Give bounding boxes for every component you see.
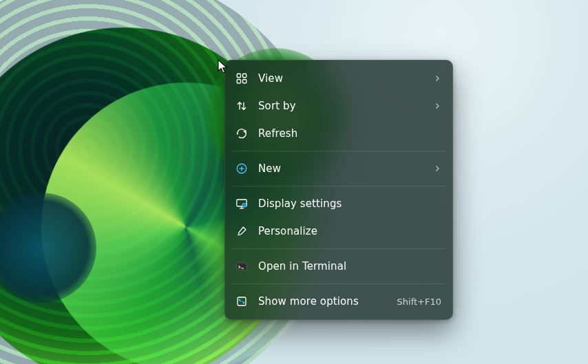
- svg-rect-14: [238, 297, 246, 306]
- menu-item-label: New: [258, 162, 423, 175]
- menu-item-label: Sort by: [258, 100, 423, 112]
- chevron-right-icon: [433, 74, 441, 83]
- chevron-right-icon: [433, 102, 441, 110]
- paintbrush-icon: [235, 224, 249, 238]
- menu-item-view[interactable]: View: [225, 65, 452, 92]
- menu-item-open-in-terminal[interactable]: Open in Terminal: [225, 253, 452, 280]
- menu-item-show-more-options[interactable]: Show more options Shift+F10: [225, 288, 452, 315]
- chevron-right-icon: [433, 164, 441, 173]
- svg-rect-3: [243, 80, 246, 83]
- grid-view-icon: [235, 72, 249, 85]
- menu-separator: [232, 186, 445, 186]
- svg-rect-12: [237, 262, 246, 264]
- terminal-icon: [235, 259, 249, 273]
- menu-item-sort-by[interactable]: Sort by: [225, 92, 452, 120]
- menu-item-label: Open in Terminal: [258, 260, 441, 272]
- menu-item-label: Personalize: [258, 225, 441, 237]
- menu-item-personalize[interactable]: Personalize: [225, 217, 452, 245]
- svg-rect-0: [237, 74, 240, 77]
- menu-separator: [232, 151, 445, 151]
- menu-item-refresh[interactable]: Refresh: [225, 120, 452, 147]
- display-settings-icon: [235, 197, 249, 211]
- expand-options-icon: [235, 295, 249, 308]
- menu-item-label: View: [258, 72, 423, 85]
- plus-circle-icon: [235, 162, 249, 175]
- menu-item-display-settings[interactable]: Display settings: [225, 190, 452, 217]
- menu-item-new[interactable]: New: [225, 155, 452, 182]
- refresh-icon: [235, 127, 249, 140]
- svg-rect-2: [237, 80, 240, 83]
- svg-rect-1: [243, 74, 246, 77]
- menu-item-label: Display settings: [258, 197, 441, 210]
- sort-icon: [235, 99, 249, 113]
- menu-item-shortcut: Shift+F10: [397, 297, 441, 307]
- menu-separator: [232, 248, 445, 249]
- desktop-context-menu: View Sort by Refresh: [224, 60, 453, 320]
- menu-item-label: Refresh: [258, 127, 441, 140]
- menu-item-label: Show more options: [258, 295, 388, 308]
- menu-separator: [232, 283, 445, 284]
